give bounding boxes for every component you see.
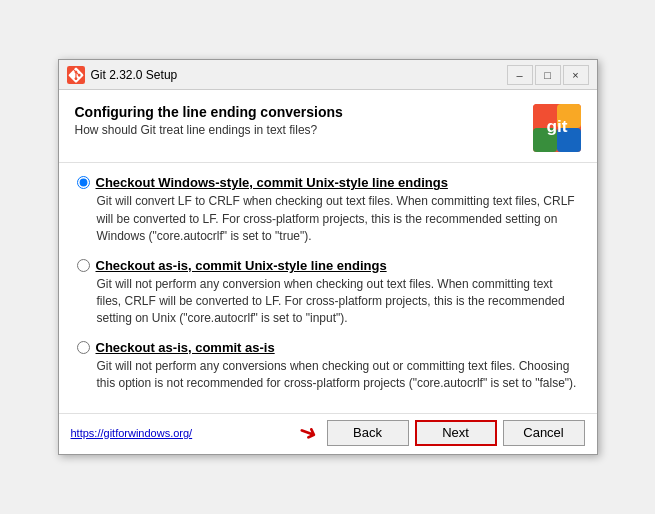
- header-text-block: Configuring the line ending conversions …: [75, 104, 343, 137]
- option-2-label[interactable]: Checkout as-is, commit Unix-style line e…: [96, 258, 387, 273]
- setup-window: Git 2.32.0 Setup – □ × Configuring the l…: [58, 59, 598, 454]
- git-icon: [67, 66, 85, 84]
- option-1-row: Checkout Windows-style, commit Unix-styl…: [77, 175, 579, 190]
- titlebar: Git 2.32.0 Setup – □ ×: [59, 60, 597, 90]
- option-3-radio[interactable]: [77, 341, 90, 354]
- option-1-label[interactable]: Checkout Windows-style, commit Unix-styl…: [96, 175, 448, 190]
- option-3-desc: Git will not perform any conversions whe…: [97, 358, 579, 393]
- option-3-label[interactable]: Checkout as-is, commit as-is: [96, 340, 275, 355]
- option-3: Checkout as-is, commit as-is Git will no…: [77, 340, 579, 393]
- window-title: Git 2.32.0 Setup: [91, 68, 507, 82]
- option-1: Checkout Windows-style, commit Unix-styl…: [77, 175, 579, 245]
- option-2-radio[interactable]: [77, 259, 90, 272]
- option-2-desc: Git will not perform any conversion when…: [97, 276, 579, 328]
- page-title: Configuring the line ending conversions: [75, 104, 343, 120]
- maximize-button[interactable]: □: [535, 65, 561, 85]
- next-button[interactable]: Next: [415, 420, 497, 446]
- option-1-radio[interactable]: [77, 176, 90, 189]
- footer-link[interactable]: https://gitforwindows.org/: [71, 427, 299, 439]
- page-subtitle: How should Git treat line endings in tex…: [75, 123, 343, 137]
- option-2-row: Checkout as-is, commit Unix-style line e…: [77, 258, 579, 273]
- git-brand-logo: git: [533, 104, 581, 152]
- option-2: Checkout as-is, commit Unix-style line e…: [77, 258, 579, 328]
- option-3-row: Checkout as-is, commit as-is: [77, 340, 579, 355]
- footer-buttons: ➜ Back Next Cancel: [299, 420, 585, 446]
- back-button[interactable]: Back: [327, 420, 409, 446]
- cancel-button[interactable]: Cancel: [503, 420, 585, 446]
- next-arrow-icon: ➜: [295, 417, 321, 448]
- option-1-desc: Git will convert LF to CRLF when checkin…: [97, 193, 579, 245]
- svg-text:git: git: [546, 116, 567, 136]
- page-header: Configuring the line ending conversions …: [59, 90, 597, 163]
- window-controls: – □ ×: [507, 65, 589, 85]
- minimize-button[interactable]: –: [507, 65, 533, 85]
- close-button[interactable]: ×: [563, 65, 589, 85]
- footer: https://gitforwindows.org/ ➜ Back Next C…: [59, 413, 597, 454]
- options-content: Checkout Windows-style, commit Unix-styl…: [59, 163, 597, 412]
